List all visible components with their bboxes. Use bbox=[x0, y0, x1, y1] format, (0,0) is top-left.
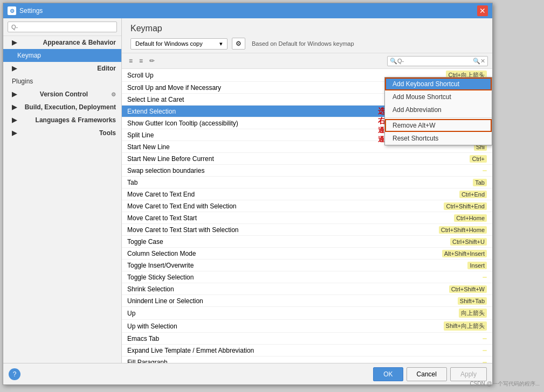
sidebar-item-tools[interactable]: ▶ Tools bbox=[3, 127, 121, 139]
sidebar-item-editor[interactable]: ▶ Editor bbox=[3, 62, 121, 75]
keymap-hint: Based on Default for Windows keymap bbox=[252, 40, 354, 47]
keymap-dropdown[interactable]: Default for Windows copy ▾ bbox=[130, 38, 228, 50]
shortcut-key: 向上箭头 bbox=[459, 309, 487, 318]
keymap-dropdown-value: Default for Windows copy bbox=[135, 40, 203, 47]
apply-button[interactable]: Apply bbox=[450, 367, 487, 381]
table-row[interactable]: Up with Selection Shift+向上箭头 bbox=[122, 320, 492, 333]
table-row[interactable]: Shrink Selection Ctrl+Shift+W bbox=[122, 283, 492, 295]
table-row[interactable]: Move Caret to Text End with Selection Ct… bbox=[122, 200, 492, 212]
close-button[interactable]: ✕ bbox=[477, 5, 488, 16]
close-search-icon[interactable]: ✕ bbox=[480, 58, 485, 65]
shortcut-name: Move Caret to Text Start bbox=[127, 214, 454, 222]
sidebar-item-plugins[interactable]: Plugins bbox=[3, 75, 121, 88]
context-menu-add-abbrev[interactable]: Add Abbreviation bbox=[385, 103, 492, 116]
table-row[interactable]: Unindent Line or Selection Shift+Tab bbox=[122, 295, 492, 307]
editor-expand-arrow: ▶ bbox=[12, 65, 17, 72]
shortcut-name: Move Caret to Text Start with Selection bbox=[127, 226, 439, 234]
table-row[interactable]: Toggle Sticky Selection bbox=[122, 271, 492, 283]
sidebar-item-vcs[interactable]: ▶ Version Control ⚙ bbox=[3, 88, 121, 101]
sidebar-item-languages[interactable]: ▶ Languages & Frameworks bbox=[3, 114, 121, 127]
table-row[interactable]: Start New Line Before Current Ctrl+ bbox=[122, 153, 492, 165]
app-icon: ⚙ bbox=[8, 6, 16, 15]
cancel-button[interactable]: Cancel bbox=[407, 367, 447, 381]
sidebar-search-container bbox=[3, 18, 121, 36]
shortcut-name: Unindent Line or Selection bbox=[127, 297, 458, 305]
editor-label: Editor bbox=[97, 65, 116, 72]
tools-expand-arrow: ▶ bbox=[12, 129, 17, 137]
shortcut-name: Move Caret to Text End with Selection bbox=[127, 202, 444, 210]
table-row[interactable]: Toggle Insert/Overwrite Insert bbox=[122, 260, 492, 271]
table-row[interactable]: Expand Live Template / Emmet Abbreviatio… bbox=[122, 345, 492, 356]
build-expand-arrow: ▶ bbox=[12, 103, 17, 111]
dropdown-arrow-icon: ▾ bbox=[219, 40, 223, 47]
sidebar-item-build[interactable]: ▶ Build, Execution, Deployment bbox=[3, 101, 121, 114]
table-row[interactable]: Column Selection Mode Alt+Shift+Insert bbox=[122, 248, 492, 260]
keymap-label: Keymap bbox=[17, 52, 41, 59]
shortcut-key: Tab bbox=[473, 179, 487, 186]
table-row[interactable]: Move Caret to Text Start with Selection … bbox=[122, 224, 492, 236]
ok-button[interactable]: OK bbox=[373, 367, 403, 381]
table-row[interactable]: Toggle Case Ctrl+Shift+U bbox=[122, 236, 492, 248]
shortcuts-search-box: 🔍 🔍 ✕ bbox=[387, 56, 488, 66]
build-label: Build, Execution, Deployment bbox=[25, 103, 116, 111]
shortcut-key bbox=[483, 170, 487, 171]
table-row[interactable]: Tab Tab bbox=[122, 177, 492, 188]
shortcut-key bbox=[483, 350, 487, 351]
title-bar: ⚙ Settings ✕ bbox=[3, 3, 492, 18]
context-menu-separator bbox=[385, 117, 492, 118]
content-header: Keymap Default for Windows copy ▾ ⚙ Base… bbox=[122, 18, 492, 53]
context-menu-remove[interactable]: Remove Alt+W bbox=[385, 119, 492, 132]
watermark: CSDN @一个写代码的程序... bbox=[470, 380, 540, 388]
sidebar-search-input[interactable] bbox=[8, 22, 117, 32]
shortcut-name: Tab bbox=[127, 179, 473, 186]
sidebar-item-appearance[interactable]: ▶ Appearance & Behavior bbox=[3, 36, 121, 49]
shortcut-key: Ctrl+Shift+U bbox=[450, 238, 487, 246]
vcs-icon: ⚙ bbox=[111, 92, 116, 97]
tools-label: Tools bbox=[99, 129, 116, 137]
collapse-all-button[interactable]: ≡ bbox=[136, 55, 146, 66]
table-row[interactable]: Move Caret to Text End Ctrl+End bbox=[122, 188, 492, 200]
shortcut-key: Ctrl+Shift+Home bbox=[439, 226, 487, 234]
table-row[interactable]: Swap selection boundaries bbox=[122, 165, 492, 177]
expand-all-button[interactable]: ≡ bbox=[126, 55, 135, 66]
edit-button[interactable]: ✏ bbox=[147, 55, 157, 66]
shortcut-name: Up bbox=[127, 310, 459, 317]
help-button[interactable]: ? bbox=[9, 368, 20, 380]
shortcut-key: Ctrl+Shift+W bbox=[449, 285, 487, 293]
vcs-label: Version Control bbox=[40, 90, 88, 98]
table-row[interactable]: Up 向上箭头 bbox=[122, 307, 492, 320]
shortcut-key: Shift+Tab bbox=[458, 297, 487, 305]
shortcuts-search-input[interactable] bbox=[397, 58, 473, 64]
shortcut-key: Ctrl+ bbox=[470, 155, 487, 163]
shortcut-key bbox=[483, 277, 487, 278]
shortcut-key: Ctrl+End bbox=[459, 191, 487, 198]
keymap-gear-button[interactable]: ⚙ bbox=[232, 38, 245, 50]
context-menu-add-keyboard[interactable]: Add Keyboard Shortcut bbox=[385, 78, 492, 90]
find-prev-icon[interactable]: 🔍 bbox=[473, 58, 480, 65]
vcs-expand-arrow: ▶ bbox=[12, 90, 17, 98]
shortcut-name: Emacs Tab bbox=[127, 335, 483, 342]
sidebar-item-keymap[interactable]: Keymap bbox=[3, 49, 121, 62]
content-area: Keymap Default for Windows copy ▾ ⚙ Base… bbox=[122, 18, 492, 363]
context-menu: Add Keyboard Shortcut Add Mouse Shortcut… bbox=[384, 77, 492, 145]
langs-expand-arrow: ▶ bbox=[12, 116, 17, 124]
shortcut-key: Insert bbox=[467, 262, 487, 269]
shortcut-name: Move Caret to Text End bbox=[127, 191, 459, 198]
shortcut-key bbox=[483, 338, 487, 339]
shortcut-key: Ctrl+Shift+End bbox=[444, 202, 487, 210]
shortcut-key: Ctrl+Home bbox=[454, 214, 487, 222]
plugins-label: Plugins bbox=[12, 78, 33, 85]
context-menu-add-mouse[interactable]: Add Mouse Shortcut bbox=[385, 90, 492, 103]
shortcut-name: Shrink Selection bbox=[127, 285, 449, 293]
shortcut-name: Start New Line Before Current bbox=[127, 155, 470, 163]
shortcut-key: Shift+向上箭头 bbox=[444, 321, 487, 331]
table-row[interactable]: Move Caret to Text Start Ctrl+Home bbox=[122, 212, 492, 224]
shortcuts-list[interactable]: Scroll Up Ctrl+向上箭头 Scroll Up and Move i… bbox=[122, 69, 492, 363]
langs-label: Languages & Frameworks bbox=[36, 116, 116, 124]
table-row[interactable]: Fill Paragraph bbox=[122, 356, 492, 363]
table-row[interactable]: Emacs Tab bbox=[122, 333, 492, 345]
context-menu-reset[interactable]: Reset Shortcuts bbox=[385, 132, 492, 145]
window-title: Settings bbox=[19, 7, 477, 15]
shortcut-name: Fill Paragraph bbox=[127, 359, 483, 363]
main-layout: ▶ Appearance & Behavior Keymap ▶ Editor … bbox=[3, 18, 492, 363]
